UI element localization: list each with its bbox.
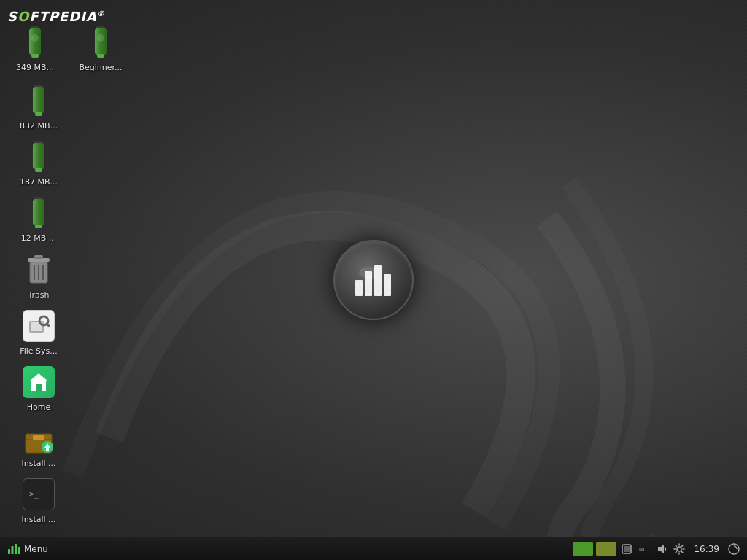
svg-rect-12 [35, 112, 42, 116]
icon-label-trash: Trash [28, 290, 49, 300]
system-tray-icon2[interactable]: ⌨ [637, 542, 651, 556]
remaining-icons: 832 MB... 187 MB... [6, 80, 71, 531]
svg-rect-45 [12, 546, 14, 554]
taskbar-tray: ⌨ 16:39 [573, 542, 747, 556]
svg-rect-18 [35, 225, 42, 228]
svg-point-9 [97, 34, 104, 42]
svg-rect-25 [34, 257, 43, 259]
svg-line-29 [47, 324, 49, 326]
svg-rect-37 [46, 448, 49, 451]
top-icons-row: 349 MB... [6, 22, 130, 75]
icon-12mb[interactable]: 12 MB ... [6, 192, 71, 246]
svg-point-53 [729, 544, 739, 554]
workspace-button-olive[interactable] [596, 542, 616, 556]
icon-label-349mb: 349 MB... [16, 63, 54, 72]
svg-rect-15 [35, 168, 42, 172]
svg-rect-44 [8, 549, 10, 554]
icon-label-832mb: 832 MB... [20, 121, 58, 131]
svg-rect-17 [33, 199, 44, 225]
svg-rect-46 [15, 544, 17, 554]
filesystem-icon [21, 308, 56, 343]
svg-point-43 [359, 267, 381, 279]
terminal-icon: >_ [21, 477, 56, 512]
workspace-button-green[interactable] [573, 542, 593, 556]
svg-marker-51 [658, 545, 664, 553]
taskbar-menu-button[interactable]: Menu [0, 537, 55, 560]
svg-rect-42 [384, 274, 391, 296]
mint-logo-graphic [348, 254, 399, 306]
menu-label: Menu [24, 544, 48, 554]
desktop: SOFTPEDIA® [0, 0, 747, 560]
settings-icon[interactable] [672, 542, 686, 556]
svg-rect-39 [355, 280, 363, 296]
volume-icon[interactable] [654, 542, 669, 556]
usb-icon-832mb [21, 83, 56, 118]
icon-label-home: Home [27, 402, 50, 412]
icon-label-install1: Install ... [21, 459, 55, 468]
trash-icon [21, 252, 56, 287]
icon-label-filesystem: File Sys... [20, 346, 58, 356]
svg-rect-34 [33, 435, 44, 440]
svg-point-4 [31, 34, 39, 42]
system-tray-icon1[interactable] [619, 542, 634, 556]
taskbar-time: 16:39 [689, 544, 724, 554]
usb-icon-12mb [21, 195, 56, 230]
icon-trash[interactable]: Trash [6, 249, 71, 303]
svg-rect-3 [31, 54, 39, 58]
icon-label-12mb: 12 MB ... [21, 233, 57, 243]
svg-text:⌨: ⌨ [639, 545, 644, 555]
center-logo [333, 240, 414, 320]
svg-rect-49 [624, 546, 630, 552]
svg-rect-8 [97, 54, 104, 58]
icon-filesystem[interactable]: File Sys... [6, 306, 71, 359]
svg-rect-14 [33, 143, 44, 169]
svg-rect-31 [36, 384, 42, 391]
taskbar: Menu ⌨ [0, 537, 747, 560]
install-box-icon [21, 421, 56, 456]
icon-install2[interactable]: >_ Install ... [6, 474, 71, 527]
icon-label-187mb: 187 MB... [20, 177, 58, 187]
icon-beginner[interactable]: Beginner... [71, 22, 130, 75]
svg-rect-11 [33, 87, 44, 113]
mint-taskbar-icon [7, 542, 20, 556]
svg-rect-47 [18, 547, 20, 554]
usb-icon-187mb [21, 139, 56, 174]
calendar-icon[interactable] [727, 542, 741, 556]
svg-text:>_: >_ [29, 489, 39, 499]
icon-install1[interactable]: Install ... [6, 418, 71, 471]
home-icon [21, 365, 56, 400]
usb-icon-beginner [83, 25, 118, 60]
icon-187mb[interactable]: 187 MB... [6, 136, 71, 190]
icon-label-beginner: Beginner... [79, 63, 122, 72]
softpedia-text: SOFTPEDIA® [7, 9, 105, 24]
icon-home[interactable]: Home [6, 362, 71, 415]
usb-icon-349mb [18, 25, 53, 60]
softpedia-logo: SOFTPEDIA® [7, 9, 105, 24]
svg-point-52 [677, 547, 681, 551]
icon-832mb[interactable]: 832 MB... [6, 80, 71, 133]
icon-349mb[interactable]: 349 MB... [6, 22, 64, 75]
icon-label-install2: Install ... [21, 515, 55, 524]
